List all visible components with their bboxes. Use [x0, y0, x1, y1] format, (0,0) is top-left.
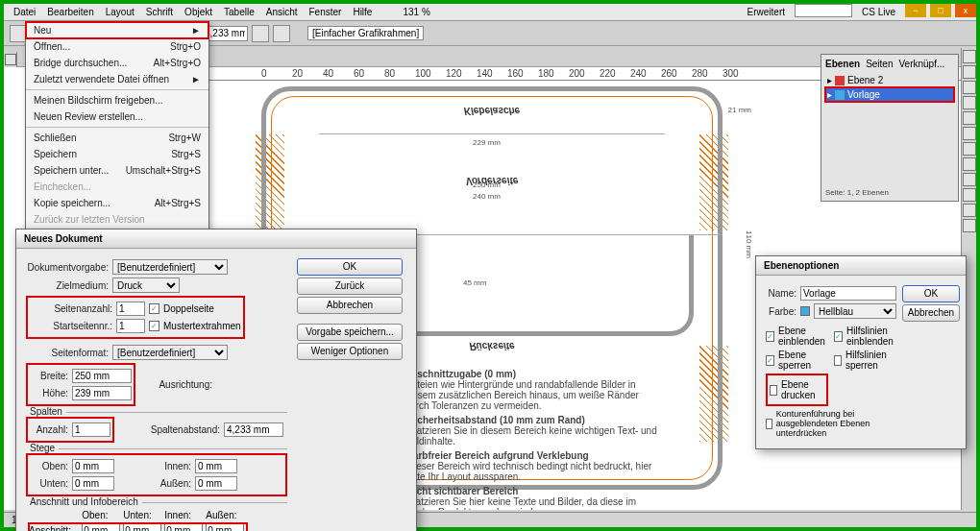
reset-button[interactable]: Zurück	[297, 278, 403, 295]
menu-item[interactable]: Zuletzt verwendete Datei öffnen►	[26, 71, 208, 87]
bleed-inside-input[interactable]	[164, 523, 203, 531]
flap-label: Klebelasche	[319, 86, 665, 134]
fewer-options-button[interactable]: Weniger Optionen	[297, 343, 403, 360]
columns-input[interactable]	[72, 422, 110, 437]
menu-item[interactable]: Kopie speichern...Alt+Strg+S	[26, 195, 208, 211]
print-layer-check[interactable]	[770, 385, 777, 396]
menu-layout[interactable]: Layout	[100, 4, 140, 20]
bleed-top-input[interactable]	[82, 523, 120, 531]
dialog-title: Neues Dokument	[16, 229, 416, 249]
object-style-select[interactable]: [Einfacher Grafikrahmen]	[307, 26, 424, 40]
menu-ansicht[interactable]: Ansicht	[260, 4, 304, 20]
minimize-button[interactable]: −	[905, 4, 926, 17]
startpage-input[interactable]	[116, 319, 145, 333]
layer-color-select[interactable]: Hellblau	[814, 303, 896, 319]
cancel-button[interactable]: Abbrechen	[902, 304, 960, 322]
maximize-button[interactable]: □	[930, 4, 951, 17]
width-input[interactable]	[72, 369, 132, 383]
ok-button[interactable]: OK	[902, 285, 960, 302]
menu-fenster[interactable]: Fenster	[304, 4, 348, 20]
new-document-dialog[interactable]: Neues Dokument Dokumentvorgabe:[Benutzer…	[15, 229, 417, 531]
panel-icon[interactable]	[963, 157, 976, 171]
menu-schrift[interactable]: Schrift	[140, 4, 179, 20]
panel-icon[interactable]	[963, 65, 976, 79]
zoom-field[interactable]: 131 %	[397, 4, 435, 20]
selection-tool-icon[interactable]	[5, 54, 16, 65]
cancel-button[interactable]: Abbrechen	[297, 297, 403, 314]
menu-bearbeiten[interactable]: Bearbeiten	[41, 4, 99, 20]
menu-item[interactable]: Öffnen...Strg+O	[26, 38, 208, 55]
workspace-label[interactable]: Erweitert	[742, 4, 791, 20]
panel-icon[interactable]	[963, 50, 976, 63]
menu-item[interactable]: Meinen Bildschirm freigeben...	[26, 92, 208, 109]
legend: Beschnittzugabe (0 mm)Dateien wie Hinter…	[396, 365, 665, 510]
page-size-select[interactable]: [Benutzerdefiniert]	[112, 345, 228, 360]
tool-icon[interactable]	[273, 25, 290, 42]
search-input[interactable]	[795, 4, 852, 17]
margin-inside-input[interactable]	[195, 459, 237, 473]
dim-label: 110 mm	[745, 230, 753, 258]
menu-datei[interactable]: Datei	[8, 4, 41, 20]
panel-icon[interactable]	[963, 127, 976, 140]
panel-icon[interactable]	[963, 96, 976, 109]
save-preset-button[interactable]: Vorgabe speichern...	[297, 324, 403, 341]
menubar[interactable]: Datei Bearbeiten Layout Schrift Objekt T…	[4, 4, 976, 21]
dim-label: 229 mm	[473, 138, 501, 147]
ok-button[interactable]: OK	[297, 258, 403, 276]
bleed-outside-input[interactable]	[206, 523, 244, 531]
dim-label: 21 mm	[728, 106, 751, 114]
master-text-check[interactable]: ✓	[149, 321, 159, 331]
menu-item: Zurück zur letzten Version	[26, 211, 208, 228]
lock-layer-check[interactable]: ✓	[766, 355, 774, 366]
layer-options-dialog[interactable]: Ebenenoptionen Name: Farbe:Hellblau ✓Ebe…	[755, 255, 967, 449]
layers-footer: Seite: 1, 2 Ebenen	[825, 188, 954, 197]
panel-icon[interactable]	[963, 142, 976, 156]
dialog-title: Ebenenoptionen	[756, 256, 966, 276]
gutter-input[interactable]	[224, 422, 283, 437]
menu-item: Einchecken...	[26, 179, 208, 195]
menu-item[interactable]: SpeichernStrg+S	[26, 146, 208, 162]
bleed-bottom-input[interactable]	[123, 523, 161, 531]
show-layer-check[interactable]: ✓	[766, 331, 774, 342]
panel-icon[interactable]	[963, 111, 976, 125]
menu-item[interactable]: Neu►	[26, 22, 208, 38]
show-guides-check[interactable]: ✓	[834, 331, 843, 342]
dim-label: 250 mm	[473, 181, 501, 189]
color-swatch-icon	[800, 306, 810, 316]
layers-panel[interactable]: Ebenen Seiten Verknüpf... ▸Ebene 2 ▸Vorl…	[821, 54, 959, 202]
margin-bottom-input[interactable]	[72, 476, 114, 491]
menu-item[interactable]: Bridge durchsuchen...Alt+Strg+O	[26, 55, 208, 71]
tab-links[interactable]: Verknüpf...	[898, 59, 944, 69]
menu-item[interactable]: SchließenStrg+W	[26, 130, 208, 146]
menu-objekt[interactable]: Objekt	[179, 4, 218, 20]
layer-name-input[interactable]	[800, 286, 896, 301]
tool-icon[interactable]	[252, 25, 269, 42]
tab-pages[interactable]: Seiten	[866, 59, 893, 69]
menu-item[interactable]: Neuen Review erstellen...	[26, 109, 208, 125]
panel-icon[interactable]	[963, 219, 976, 232]
menu-hilfe[interactable]: Hilfe	[347, 4, 378, 20]
dim-label: 45 mm	[463, 278, 486, 287]
intent-select[interactable]: Druck	[112, 278, 180, 293]
panel-icon[interactable]	[963, 188, 976, 202]
panel-icon[interactable]	[963, 81, 976, 94]
margin-top-input[interactable]	[72, 459, 114, 473]
panel-icon[interactable]	[963, 173, 976, 186]
height-input[interactable]	[72, 386, 132, 400]
lock-guides-check[interactable]	[834, 355, 842, 366]
layer-row[interactable]: ▸Ebene 2	[825, 73, 954, 87]
layer-row-selected[interactable]: ▸Vorlage	[825, 87, 954, 102]
dim-label: 240 mm	[473, 192, 501, 201]
panel-icon[interactable]	[963, 204, 976, 217]
menu-tabelle[interactable]: Tabelle	[218, 4, 260, 20]
facing-pages-check[interactable]: ✓	[149, 303, 159, 314]
close-button[interactable]: x	[955, 4, 976, 17]
preset-select[interactable]: [Benutzerdefiniert]	[112, 259, 228, 275]
tab-layers[interactable]: Ebenen	[825, 59, 860, 69]
pages-input[interactable]	[116, 302, 145, 316]
cslive-button[interactable]: CS Live	[856, 4, 901, 20]
menu-item[interactable]: Speichern unter...Umschalt+Strg+S	[26, 162, 208, 179]
suppress-wrap-check[interactable]	[766, 419, 772, 429]
margin-outside-input[interactable]	[195, 476, 237, 491]
